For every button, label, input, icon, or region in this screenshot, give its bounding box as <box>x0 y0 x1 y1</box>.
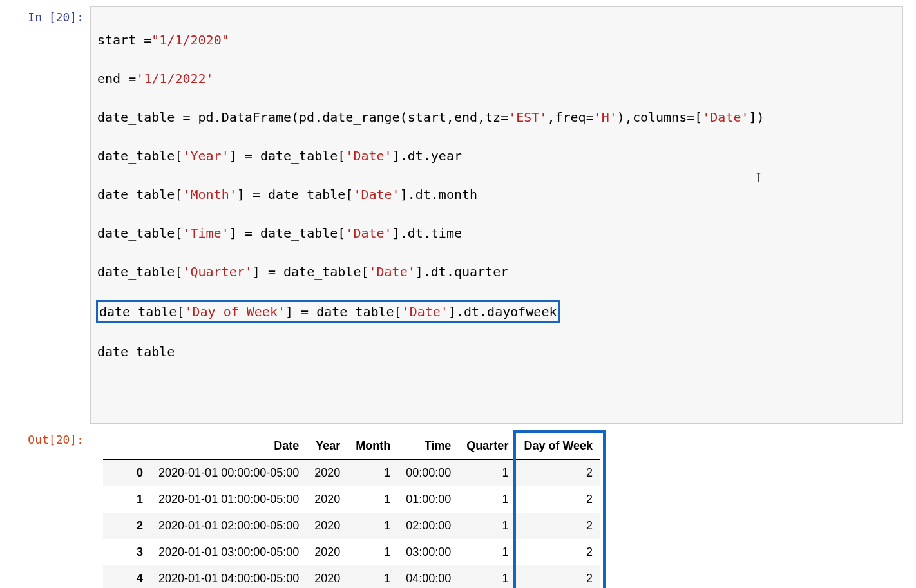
highlighted-code-line: date_table['Day of Week'] = date_table['… <box>96 300 560 323</box>
cell: 2020-01-01 03:00:00-05:00 <box>151 539 307 565</box>
col-header-quarter: Quarter <box>459 433 516 460</box>
cell: 2 <box>516 539 600 565</box>
cell: 1 <box>459 460 516 487</box>
cell: 1 <box>459 539 516 565</box>
col-header-index <box>103 433 151 460</box>
cell: 1 <box>459 565 516 588</box>
cell: 2 <box>516 486 600 513</box>
output-cell: Out[20]: Date Year Month Time Quarter Da… <box>13 429 903 588</box>
table-header-row: Date Year Month Time Quarter Day of Week <box>103 433 600 460</box>
table-row: 12020-01-01 01:00:00-05:002020101:00:001… <box>103 486 600 513</box>
cell: 01:00:00 <box>398 486 459 513</box>
cell: 2020-01-01 01:00:00-05:00 <box>151 486 307 513</box>
cell: 03:00:00 <box>398 539 459 565</box>
col-header-year: Year <box>307 433 348 460</box>
table-row: 22020-01-01 02:00:00-05:002020102:00:001… <box>103 513 600 539</box>
cell: 2 <box>516 565 600 588</box>
col-header-month: Month <box>348 433 398 460</box>
cell: 1 <box>348 539 398 565</box>
dataframe-table: Date Year Month Time Quarter Day of Week… <box>103 433 600 588</box>
cell: 2 <box>516 460 600 487</box>
cell: 2020 <box>307 460 348 487</box>
table-row: 32020-01-01 03:00:00-05:002020103:00:001… <box>103 539 600 565</box>
col-header-time: Time <box>398 433 459 460</box>
row-index: 3 <box>103 539 151 565</box>
row-index: 0 <box>103 460 151 487</box>
cell: 1 <box>348 565 398 588</box>
cell: 1 <box>348 513 398 539</box>
cell: 2020 <box>307 565 348 588</box>
cell: 1 <box>348 486 398 513</box>
output-prompt: Out[20]: <box>13 429 90 446</box>
cell: 2020-01-01 00:00:00-05:00 <box>151 460 307 487</box>
table-row: 42020-01-01 04:00:00-05:002020104:00:001… <box>103 565 600 588</box>
cell: 1 <box>459 486 516 513</box>
table-row: 02020-01-01 00:00:00-05:002020100:00:001… <box>103 460 600 487</box>
code-editor[interactable]: start ="1/1/2020" end ='1/1/2022' date_t… <box>90 6 903 424</box>
row-index: 1 <box>103 486 151 513</box>
cell: 2020 <box>307 486 348 513</box>
cell: 00:00:00 <box>398 460 459 487</box>
cell: 1 <box>459 513 516 539</box>
cell: 2020 <box>307 539 348 565</box>
col-header-date: Date <box>151 433 307 460</box>
input-cell: In [20]: start ="1/1/2020" end ='1/1/202… <box>13 6 903 424</box>
cell: 2020-01-01 04:00:00-05:00 <box>151 565 307 588</box>
cell: 2 <box>516 513 600 539</box>
text-cursor-icon: I <box>756 168 761 187</box>
input-prompt: In [20]: <box>13 6 90 24</box>
cell: 1 <box>348 460 398 487</box>
output-area: Date Year Month Time Quarter Day of Week… <box>90 429 903 588</box>
cell: 2020 <box>307 513 348 539</box>
row-index: 4 <box>103 565 151 588</box>
cell: 04:00:00 <box>398 565 459 588</box>
cell: 02:00:00 <box>398 513 459 539</box>
col-header-dayofweek: Day of Week <box>516 433 600 460</box>
row-index: 2 <box>103 513 151 539</box>
cell: 2020-01-01 02:00:00-05:00 <box>151 513 307 539</box>
